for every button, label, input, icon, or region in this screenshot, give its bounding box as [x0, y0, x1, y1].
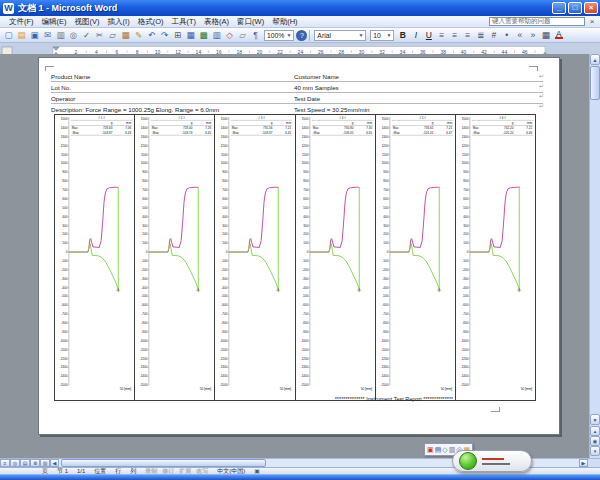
font-size-select[interactable]: 10▼	[370, 30, 394, 41]
horizontal-scroll-thumb[interactable]	[61, 459, 266, 467]
print-layout-button[interactable]: ▤	[20, 459, 30, 467]
menu-item[interactable]: 文件(F)	[5, 17, 38, 27]
spelling-icon[interactable]: ✓	[80, 29, 93, 41]
svg-text:50 [mm]: 50 [mm]	[120, 387, 132, 391]
browse-object-button[interactable]: ◉	[590, 436, 600, 446]
cut-icon[interactable]: ✂	[93, 29, 106, 41]
svg-text:-300: -300	[142, 277, 148, 281]
document-page[interactable]: Product Name Customer Name Lot No. 40 mm…	[38, 57, 560, 435]
menu-item[interactable]: 编辑(E)	[38, 17, 71, 27]
format-painter-icon[interactable]: ✎	[132, 29, 145, 41]
decrease-indent-icon[interactable]: «	[513, 29, 526, 41]
svg-text:1500: 1500	[301, 117, 308, 121]
svg-text:1200: 1200	[301, 144, 308, 148]
svg-text:-1300: -1300	[380, 365, 388, 369]
floating-status-widget[interactable]	[452, 450, 532, 472]
undo-icon[interactable]: ↶	[145, 29, 158, 41]
menu-item[interactable]: 工具(T)	[168, 17, 201, 27]
normal-view-button[interactable]: ≡	[0, 459, 10, 467]
underline-button[interactable]: U	[422, 29, 435, 41]
reading-view-button[interactable]: ▥	[40, 459, 50, 467]
svg-text:-1500: -1500	[380, 383, 388, 387]
svg-text:-1300: -1300	[140, 365, 148, 369]
vertical-scrollbar[interactable]: ▲ ▼ ▴ ◉ ▾	[589, 54, 600, 458]
align-right-icon[interactable]: ≡	[461, 29, 474, 41]
svg-text:# 2 #: # 2 #	[178, 116, 185, 120]
next-page-button[interactable]: ▾	[590, 446, 600, 456]
svg-text:800: 800	[303, 179, 308, 183]
new-document-icon[interactable]: ▢	[2, 29, 15, 41]
bold-button[interactable]: B	[396, 29, 409, 41]
svg-text:1400: 1400	[221, 126, 228, 130]
align-center-icon[interactable]: ≡	[448, 29, 461, 41]
copy-icon[interactable]: ▱	[106, 29, 119, 41]
drawing-icon[interactable]: ◇	[223, 29, 236, 41]
previous-page-button[interactable]: ▴	[590, 426, 600, 436]
svg-text:700: 700	[62, 188, 67, 192]
print-icon[interactable]: ▥	[54, 29, 67, 41]
svg-text:100: 100	[223, 241, 228, 245]
scroll-right-button[interactable]: ▶	[579, 459, 588, 467]
menu-item[interactable]: 格式(O)	[134, 17, 168, 27]
columns-icon[interactable]: ▥	[210, 29, 223, 41]
mini-tool-icon-2[interactable]: ▤	[435, 445, 442, 454]
scroll-down-button[interactable]: ▼	[590, 414, 600, 425]
numbering-icon[interactable]: #	[487, 29, 500, 41]
close-button[interactable]: ×	[584, 2, 598, 14]
tables-borders-icon[interactable]: ⊞	[171, 29, 184, 41]
web-layout-button[interactable]: ◎	[10, 459, 20, 467]
svg-text:-1100: -1100	[381, 348, 389, 352]
menu-item[interactable]: 视图(V)	[71, 17, 104, 27]
insert-excel-icon[interactable]: ▩	[197, 29, 210, 41]
print-preview-icon[interactable]: ◎	[67, 29, 80, 41]
help-search-box[interactable]: 键入需要帮助的问题	[489, 17, 585, 26]
svg-text:-1200: -1200	[380, 357, 388, 361]
redo-icon[interactable]: ↷	[158, 29, 171, 41]
italic-button[interactable]: I	[409, 29, 422, 41]
svg-text:-1200: -1200	[300, 357, 308, 361]
bullets-icon[interactable]: •	[500, 29, 513, 41]
svg-text:-400: -400	[302, 286, 308, 290]
zoom-select[interactable]: 100%▼	[264, 30, 294, 41]
border-icon[interactable]: ▦	[539, 29, 552, 41]
svg-text:-600: -600	[142, 303, 148, 307]
restore-button[interactable]: □	[568, 2, 582, 14]
svg-text:-800: -800	[142, 321, 148, 325]
menu-item[interactable]: 帮助(H)	[268, 17, 301, 27]
help-close-icon[interactable]: ×	[587, 17, 597, 26]
save-icon[interactable]: ▣	[28, 29, 41, 41]
svg-text:-600: -600	[382, 303, 388, 307]
align-left-icon[interactable]: ≡	[435, 29, 448, 41]
insert-table-icon[interactable]: ▦	[184, 29, 197, 41]
mini-tool-icon-3[interactable]: ◇	[442, 445, 447, 454]
email-icon[interactable]: ✉	[41, 29, 54, 41]
vertical-scroll-thumb[interactable]	[590, 66, 600, 100]
windows-taskbar[interactable]	[0, 474, 600, 480]
mini-tool-icon-1[interactable]: ▣	[427, 445, 434, 454]
menu-item[interactable]: 窗口(W)	[233, 17, 268, 27]
line-spacing-icon[interactable]: ≣	[474, 29, 487, 41]
increase-indent-icon[interactable]: »	[526, 29, 539, 41]
font-color-icon[interactable]: A	[552, 29, 565, 41]
menu-item[interactable]: 插入(I)	[104, 17, 134, 27]
open-folder-icon[interactable]: ▤	[15, 29, 28, 41]
svg-text:200: 200	[223, 232, 228, 236]
help-icon[interactable]: ?	[296, 30, 307, 41]
outline-view-button[interactable]: ≣	[30, 459, 40, 467]
svg-text:-Max: -Max	[393, 131, 400, 135]
svg-text:-1300: -1300	[60, 365, 68, 369]
font-name-select[interactable]: Arial▼	[314, 30, 366, 41]
table-row: Operator Test Date	[51, 93, 543, 104]
scroll-up-button[interactable]: ▲	[590, 54, 600, 65]
svg-text:-800: -800	[222, 321, 228, 325]
paragraph-mark: ↵	[539, 83, 544, 89]
paste-icon[interactable]: ▦	[119, 29, 132, 41]
horizontal-ruler[interactable]: 2468101214161820222426283032343638404244…	[0, 43, 600, 54]
svg-text:1400: 1400	[381, 126, 388, 130]
scroll-left-button[interactable]: ◀	[50, 459, 59, 467]
document-map-icon[interactable]: ▱	[236, 29, 249, 41]
svg-text:-900: -900	[302, 330, 308, 334]
show-formatting-icon[interactable]: ¶	[249, 29, 262, 41]
menu-item[interactable]: 表格(A)	[200, 17, 233, 27]
minimize-button[interactable]: _	[552, 2, 566, 14]
